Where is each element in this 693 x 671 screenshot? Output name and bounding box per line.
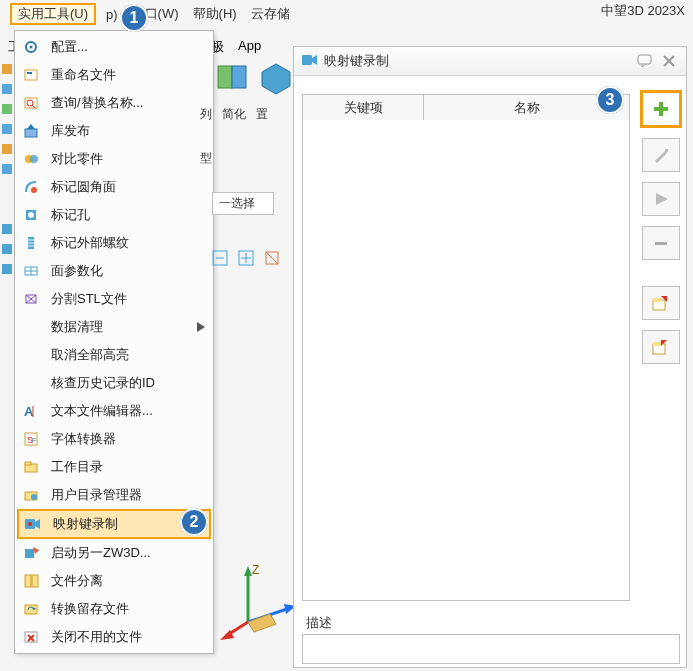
dropdown-item-label: 面参数化 [51, 262, 205, 280]
dropdown-item-label: 核查历史记录的ID [51, 374, 205, 392]
strip-icon[interactable] [2, 164, 12, 174]
close-icon[interactable] [660, 52, 678, 70]
dropdown-item-label: 工作目录 [51, 458, 205, 476]
svg-rect-3 [27, 72, 32, 74]
strip-icon[interactable] [2, 264, 12, 274]
ribbon-icon-2[interactable] [256, 58, 296, 98]
ribbon-labels: 列 简化 置 [200, 106, 268, 123]
svg-point-13 [28, 212, 34, 218]
svg-rect-66 [638, 55, 651, 64]
userdir-icon [21, 485, 41, 505]
annotation-2: 2 [180, 508, 208, 536]
export-button[interactable] [642, 330, 680, 364]
markthread-icon [21, 233, 41, 253]
svg-marker-72 [656, 193, 668, 205]
add-button[interactable] [640, 90, 682, 128]
small-icon[interactable] [238, 250, 256, 268]
markfillet-icon [21, 177, 41, 197]
svg-rect-79 [653, 342, 661, 346]
import-button[interactable] [642, 286, 680, 320]
dropdown-item-12[interactable]: 核查历史记录的ID [15, 369, 213, 397]
dropdown-item-label: 转换留存文件 [51, 600, 205, 618]
menu-cloud[interactable]: 云存储 [247, 3, 294, 25]
utilities-dropdown: 配置...重命名文件查询/替换名称...库发布对比零件标记圆角面标记孔标记外部螺… [14, 30, 214, 654]
dropdown-item-7[interactable]: 标记外部螺纹 [15, 229, 213, 257]
dropdown-item-label: 数据清理 [51, 318, 187, 336]
type-fragment: 型 [200, 150, 212, 167]
small-icon[interactable] [212, 250, 230, 268]
splitstl-icon [21, 289, 41, 309]
ribbon-label: 简化 [222, 106, 246, 123]
annotation-3: 3 [596, 86, 624, 114]
svg-marker-63 [248, 614, 276, 632]
ribbon-icon-1[interactable] [212, 58, 252, 98]
dropdown-item-15[interactable]: 工作目录 [15, 453, 213, 481]
strip-icon[interactable] [2, 64, 12, 74]
small-icon[interactable] [264, 250, 282, 268]
svg-rect-71 [665, 149, 668, 152]
svg-rect-31 [25, 462, 31, 465]
svg-point-11 [31, 187, 37, 193]
filesplit-icon [21, 571, 41, 591]
column-key[interactable]: 关键项 [303, 95, 424, 121]
strip-icon[interactable] [2, 124, 12, 134]
dropdown-item-18[interactable]: 启动另一ZW3D... [15, 539, 213, 567]
dropdown-item-label: 字体转换器 [51, 430, 205, 448]
remove-button[interactable] [642, 226, 680, 260]
dropdown-item-0[interactable]: 配置... [15, 33, 213, 61]
strip-icon[interactable] [2, 84, 12, 94]
camera-icon [302, 53, 318, 70]
dropdown-item-1[interactable]: 重命名文件 [15, 61, 213, 89]
strip-icon[interactable] [2, 144, 12, 154]
dropdown-item-14[interactable]: SF字体转换器 [15, 425, 213, 453]
dropdown-item-label: 用户目录管理器 [51, 486, 205, 504]
description-label: 描述 [306, 614, 332, 632]
play-button[interactable] [642, 182, 680, 216]
dropdown-item-label: 分割STL文件 [51, 290, 205, 308]
dataclean-icon [21, 317, 41, 337]
edit-button[interactable] [642, 138, 680, 172]
gear-icon [21, 37, 41, 57]
chevron-right-icon [197, 320, 205, 335]
dropdown-item-label: 库发布 [51, 122, 205, 140]
faceparam-icon [21, 261, 41, 281]
chat-icon[interactable] [636, 52, 654, 70]
dropdown-item-3[interactable]: 库发布 [15, 117, 213, 145]
dropdown-item-label: 标记外部螺纹 [51, 234, 205, 252]
dropdown-item-4[interactable]: 对比零件 [15, 145, 213, 173]
svg-marker-57 [244, 566, 252, 576]
dropdown-item-20[interactable]: 转换留存文件 [15, 595, 213, 623]
select-dropdown[interactable]: 一选择 [212, 192, 274, 215]
menu-help[interactable]: 帮助(H) [189, 3, 241, 25]
svg-marker-24 [197, 322, 205, 332]
menu-utilities[interactable]: 实用工具(U) [10, 3, 96, 25]
dropdown-item-9[interactable]: 分割STL文件 [15, 285, 213, 313]
dropdown-item-5[interactable]: 标记圆角面 [15, 173, 213, 201]
svg-text:F: F [32, 437, 36, 444]
dropdown-item-11[interactable]: 取消全部高亮 [15, 341, 213, 369]
svg-point-36 [28, 522, 32, 526]
description-input[interactable] [302, 634, 680, 664]
strip-icon[interactable] [2, 104, 12, 114]
dropdown-item-8[interactable]: 面参数化 [15, 257, 213, 285]
dropdown-item-2[interactable]: 查询/替换名称... [15, 89, 213, 117]
svg-rect-64 [302, 55, 312, 65]
dropdown-item-13[interactable]: A文本文件编辑器... [15, 397, 213, 425]
svg-rect-73 [655, 242, 667, 245]
brand-label: 中望3D 2023X [601, 2, 685, 20]
table-body[interactable] [302, 120, 630, 601]
dropdown-item-19[interactable]: 文件分离 [15, 567, 213, 595]
dropdown-item-label: 启动另一ZW3D... [51, 544, 205, 562]
dropdown-item-10[interactable]: 数据清理 [15, 313, 213, 341]
dropdown-item-6[interactable]: 标记孔 [15, 201, 213, 229]
strip-icon[interactable] [2, 244, 12, 254]
axis-gizmo[interactable]: Z [220, 560, 300, 640]
svg-rect-47 [232, 66, 246, 88]
dropdown-item-label: 关闭不用的文件 [51, 628, 205, 646]
menu-p-fragment: p) [102, 5, 122, 24]
menu2-app[interactable]: App [238, 38, 261, 56]
dropdown-item-label: 配置... [51, 38, 205, 56]
strip-icon[interactable] [2, 224, 12, 234]
dropdown-item-16[interactable]: 用户目录管理器 [15, 481, 213, 509]
dropdown-item-21[interactable]: 关闭不用的文件 [15, 623, 213, 651]
